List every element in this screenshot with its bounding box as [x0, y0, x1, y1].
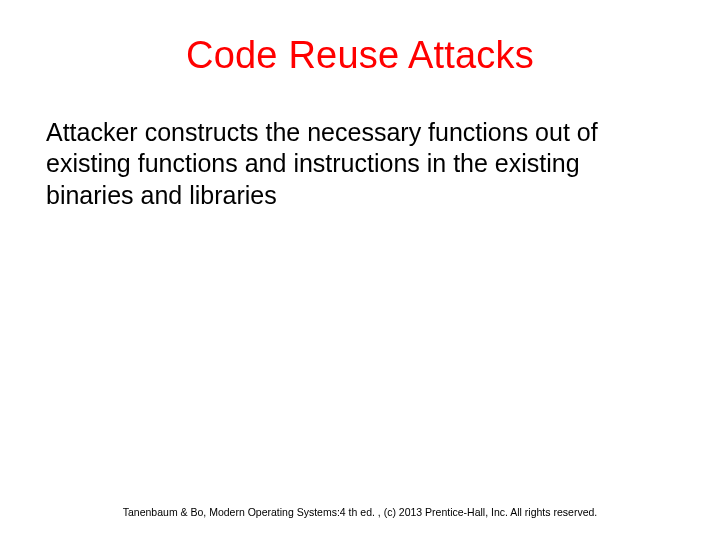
slide-container: Code Reuse Attacks Attacker constructs t…	[0, 0, 720, 540]
slide-title: Code Reuse Attacks	[44, 34, 676, 77]
slide-footer: Tanenbaum & Bo, Modern Operating Systems…	[0, 506, 720, 518]
slide-body-text: Attacker constructs the necessary functi…	[44, 117, 676, 211]
